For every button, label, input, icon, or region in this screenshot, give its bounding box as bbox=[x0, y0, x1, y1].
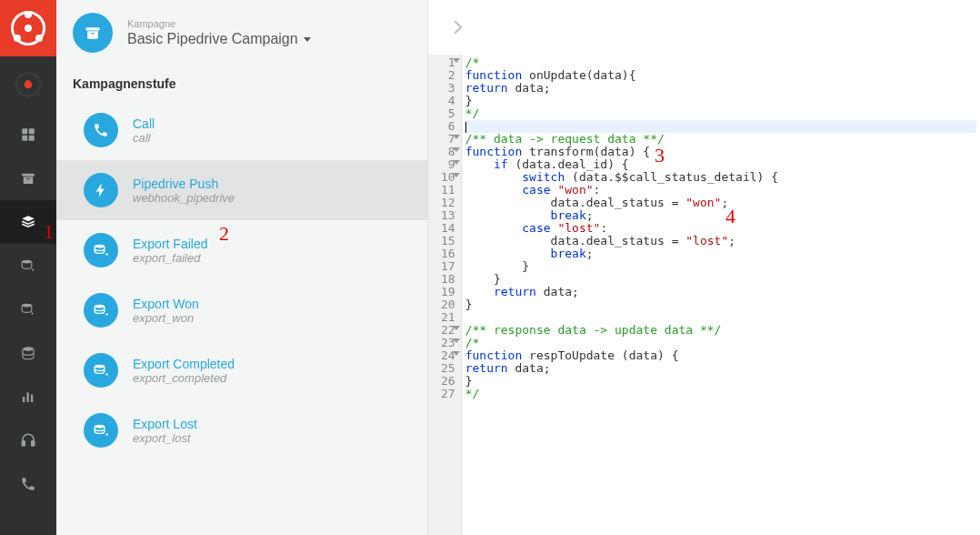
archive-icon bbox=[73, 13, 113, 53]
nav-stats[interactable] bbox=[0, 375, 56, 419]
svg-rect-14 bbox=[22, 441, 25, 446]
svg-point-19 bbox=[95, 305, 105, 308]
svg-rect-7 bbox=[27, 178, 30, 179]
nav-layers[interactable] bbox=[0, 200, 56, 244]
settings-gear-icon[interactable] bbox=[0, 56, 56, 113]
stage-title: Export Failed bbox=[133, 237, 207, 251]
stage-title: Export Completed bbox=[133, 357, 235, 371]
campaign-label: Kampagne bbox=[127, 18, 311, 29]
campaign-header: Kampagne Basic Pipedrive Campaign bbox=[56, 0, 427, 69]
db-arrow-icon bbox=[84, 233, 118, 268]
svg-point-20 bbox=[95, 365, 105, 368]
svg-point-10 bbox=[23, 347, 34, 351]
stage-sub: call bbox=[133, 131, 155, 145]
stage-sub: webhook_pipedrive bbox=[133, 191, 235, 205]
phone-icon bbox=[84, 113, 118, 147]
svg-rect-6 bbox=[22, 174, 35, 177]
nav-support[interactable] bbox=[0, 419, 56, 462]
stage-export_won[interactable]: Export Wonexport_won bbox=[56, 280, 427, 340]
app-logo[interactable] bbox=[0, 0, 56, 56]
nav-db-in[interactable] bbox=[0, 244, 56, 288]
stage-sub: export_completed bbox=[133, 371, 235, 385]
nav-phone[interactable] bbox=[0, 462, 56, 506]
db-arrow-icon bbox=[84, 293, 118, 328]
stage-title: Export Won bbox=[133, 297, 199, 311]
stage-export_completed[interactable]: Export Completedexport_completed bbox=[56, 340, 427, 400]
section-label: Kampagnenstufe bbox=[56, 69, 427, 100]
stage-call[interactable]: Callcall bbox=[56, 100, 427, 160]
db-arrow-icon bbox=[84, 353, 118, 388]
stage-title: Export Lost bbox=[133, 417, 197, 431]
svg-rect-11 bbox=[23, 397, 25, 402]
svg-rect-3 bbox=[29, 128, 35, 134]
svg-point-8 bbox=[22, 260, 32, 264]
stage-webhook_pipedrive[interactable]: Pipedrive Pushwebhook_pipedrive bbox=[56, 160, 427, 220]
svg-rect-17 bbox=[91, 33, 94, 34]
svg-rect-16 bbox=[86, 27, 100, 30]
code-editor[interactable]: 1234567891011121314151617181920212223242… bbox=[428, 55, 980, 535]
editor-code[interactable]: /*function onUpdate(data){return data;}*… bbox=[462, 55, 980, 535]
svg-point-21 bbox=[95, 425, 105, 429]
stage-sub: export_failed bbox=[133, 251, 207, 265]
svg-rect-15 bbox=[32, 441, 35, 446]
svg-rect-12 bbox=[27, 393, 29, 403]
stage-export_lost[interactable]: Export Lostexport_lost bbox=[56, 400, 427, 460]
stage-title: Call bbox=[133, 116, 155, 131]
svg-rect-13 bbox=[31, 395, 33, 402]
stage-title: Pipedrive Push bbox=[133, 177, 235, 191]
svg-rect-2 bbox=[22, 128, 27, 134]
db-arrow-icon bbox=[84, 413, 118, 448]
stage-export_failed[interactable]: Export Failedexport_failed bbox=[56, 220, 427, 280]
svg-rect-4 bbox=[22, 136, 27, 141]
nav-archive[interactable] bbox=[0, 156, 56, 200]
stage-sub: export_lost bbox=[133, 431, 197, 445]
campaign-title-dropdown[interactable]: Basic Pipedrive Campaign bbox=[127, 31, 311, 47]
bolt-icon bbox=[84, 173, 118, 207]
nav-database[interactable] bbox=[0, 331, 56, 375]
campaign-sidebar: Kampagne Basic Pipedrive Campaign Kampag… bbox=[56, 0, 428, 535]
svg-rect-5 bbox=[29, 136, 35, 141]
stage-sub: export_won bbox=[133, 311, 199, 325]
nav-dashboard[interactable] bbox=[0, 113, 56, 156]
editor-gutter: 1234567891011121314151617181920212223242… bbox=[428, 55, 462, 535]
breadcrumb-chevron[interactable] bbox=[428, 0, 980, 55]
nav-db-out[interactable] bbox=[0, 288, 56, 331]
nav-rail bbox=[0, 0, 56, 535]
main-panel: 1234567891011121314151617181920212223242… bbox=[428, 0, 980, 535]
svg-point-18 bbox=[95, 245, 105, 248]
svg-point-9 bbox=[22, 304, 32, 308]
